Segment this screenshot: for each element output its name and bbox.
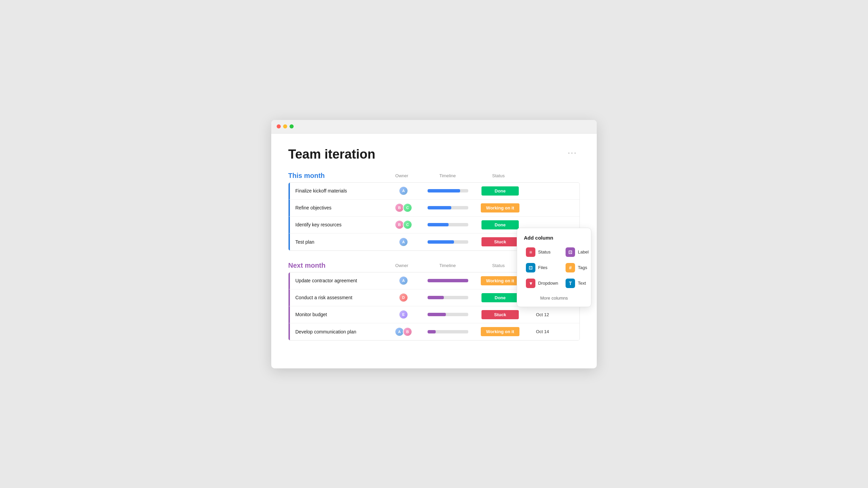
text-icon: T — [566, 279, 575, 288]
timeline-cell — [422, 313, 476, 316]
avatar: D — [399, 293, 408, 302]
add-column-label-label: Label — [578, 249, 589, 255]
timeline-cell — [422, 189, 476, 192]
task-name: Develop communication plan — [290, 329, 385, 334]
avatar: B — [403, 327, 412, 337]
timeline-cell — [422, 279, 476, 282]
status-badge: Working on it — [481, 203, 520, 212]
owner-cell: A — [385, 186, 422, 196]
more-options-button[interactable]: ··· — [565, 147, 580, 159]
timeline-bar — [428, 206, 468, 209]
timeline-fill — [428, 330, 436, 333]
add-column-files-label: Files — [538, 265, 547, 270]
owner-cell: B C — [385, 203, 422, 212]
add-column-title: Add column — [524, 235, 584, 241]
dot-yellow[interactable] — [283, 124, 287, 128]
owner-cell: A — [385, 237, 422, 247]
next-month-owner-header: Owner — [383, 263, 420, 268]
page-title: Team iteration — [288, 147, 375, 162]
add-column-status-item[interactable]: ≡ Status — [524, 246, 560, 258]
add-column-text-label: Text — [578, 281, 586, 286]
timeline-cell — [422, 330, 476, 333]
task-name: Update contractor agreement — [290, 278, 385, 283]
dropdown-icon: ▾ — [526, 279, 535, 288]
add-column-tags-label: Tags — [578, 265, 587, 270]
browser-titlebar — [271, 120, 597, 134]
add-column-tags-item[interactable]: # Tags — [564, 262, 591, 274]
status-badge: Done — [481, 186, 519, 196]
timeline-bar — [428, 296, 468, 299]
task-name: Test plan — [290, 239, 385, 245]
dot-green[interactable] — [290, 124, 294, 128]
task-name: Finalize kickoff materials — [290, 188, 385, 194]
timeline-fill — [428, 223, 449, 226]
status-badge: Done — [481, 293, 519, 302]
timeline-fill — [428, 206, 451, 209]
page-content: Team iteration ··· This month Owner Time… — [271, 134, 597, 368]
add-column-label-item[interactable]: ⊡ Label — [564, 246, 591, 258]
timeline-fill — [428, 279, 468, 282]
browser-dots — [277, 124, 294, 128]
add-column-status-label: Status — [538, 249, 551, 255]
avatar: E — [399, 310, 408, 319]
owner-cell: D — [385, 293, 422, 302]
timeline-bar — [428, 330, 468, 333]
status-icon: ≡ — [526, 247, 535, 257]
dot-red[interactable] — [277, 124, 281, 128]
add-column-popup: Add column ≡ Status ⊡ Label ⊡ Files # Ta… — [517, 228, 591, 307]
next-month-timeline-header: Timeline — [420, 263, 475, 268]
browser-window: Team iteration ··· This month Owner Time… — [271, 120, 597, 368]
more-columns-link[interactable]: More columns — [524, 294, 584, 302]
avatar: A — [399, 276, 408, 285]
timeline-bar — [428, 189, 468, 192]
page-header: Team iteration ··· — [288, 147, 580, 162]
timeline-cell — [422, 240, 476, 244]
owner-cell: A — [385, 276, 422, 285]
timeline-cell — [422, 296, 476, 299]
this-month-timeline-header: Timeline — [420, 173, 475, 178]
avatar: C — [403, 220, 412, 229]
date-cell: Oct 14 — [524, 329, 561, 334]
timeline-fill — [428, 313, 446, 316]
status-badge: Done — [481, 220, 519, 229]
files-icon: ⊡ — [526, 263, 535, 272]
task-name: Monitor budget — [290, 312, 385, 317]
status-cell: Working on it — [476, 327, 524, 336]
timeline-cell — [422, 223, 476, 226]
status-cell: Working on it — [476, 203, 524, 212]
this-month-status-header: Status — [475, 173, 522, 178]
next-month-title: Next month — [288, 262, 383, 269]
status-cell: Done — [476, 186, 524, 196]
owner-cell: E — [385, 310, 422, 319]
timeline-bar — [428, 313, 468, 316]
timeline-bar — [428, 223, 468, 226]
add-column-grid: ≡ Status ⊡ Label ⊡ Files # Tags ▾ Drop — [524, 246, 584, 289]
add-column-dropdown-item[interactable]: ▾ Dropdown — [524, 277, 560, 289]
task-name: Identify key resources — [290, 222, 385, 227]
table-row: Develop communication plan A B Working o… — [289, 323, 579, 340]
avatar: A — [399, 237, 408, 247]
timeline-fill — [428, 296, 444, 299]
this-month-title: This month — [288, 172, 383, 180]
this-month-owner-header: Owner — [383, 173, 420, 178]
owner-cell: B C — [385, 220, 422, 229]
date-cell: Oct 12 — [524, 312, 561, 317]
timeline-bar — [428, 279, 468, 282]
label-icon: ⊡ — [566, 247, 575, 257]
next-month-status-header: Status — [475, 263, 522, 268]
table-row: Monitor budget E Stuck Oct 12 — [289, 306, 579, 323]
task-name: Conduct a risk assessment — [290, 295, 385, 300]
add-column-dropdown-label: Dropdown — [538, 281, 558, 286]
task-name: Refine objectives — [290, 205, 385, 210]
timeline-fill — [428, 189, 460, 192]
avatar: A — [399, 186, 408, 196]
status-badge: Working on it — [481, 327, 520, 336]
tags-icon: # — [566, 263, 575, 272]
status-badge: Working on it — [481, 276, 520, 285]
timeline-cell — [422, 206, 476, 209]
avatar: C — [403, 203, 412, 212]
add-column-text-item[interactable]: T Text — [564, 277, 591, 289]
table-row: Refine objectives B C Working on it — [289, 200, 579, 217]
add-column-files-item[interactable]: ⊡ Files — [524, 262, 560, 274]
status-cell: Done — [476, 220, 524, 229]
